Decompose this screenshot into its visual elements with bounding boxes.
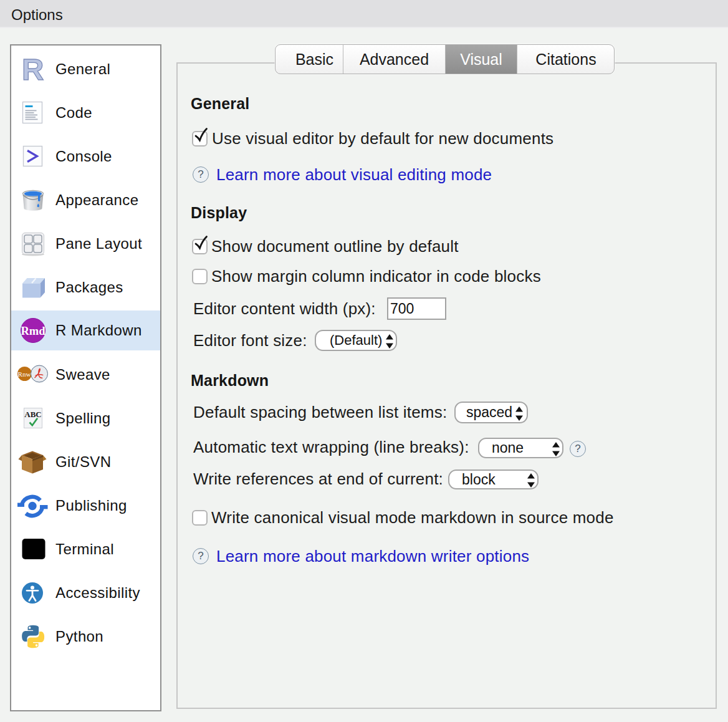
svg-text:ABC: ABC [24,410,41,419]
svg-text:R: R [22,52,44,86]
svg-text:Rmd: Rmd [21,325,46,337]
svg-text:Rnw: Rnw [18,370,31,378]
